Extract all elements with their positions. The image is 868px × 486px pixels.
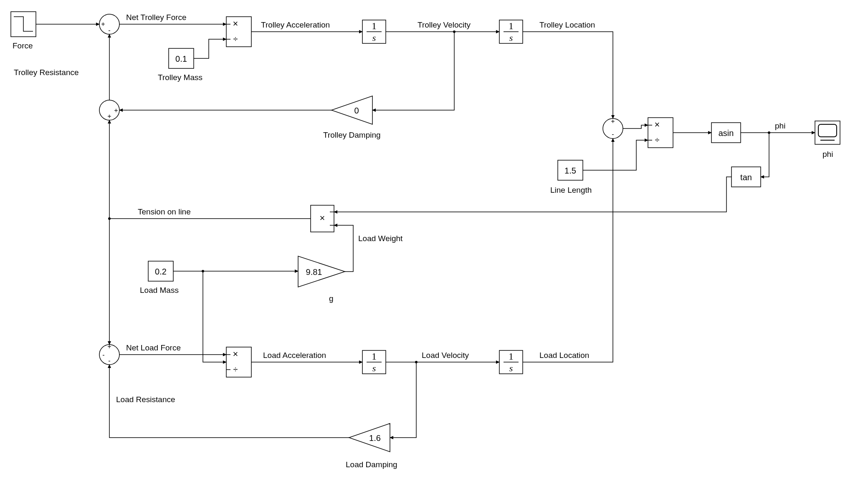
- divide-icon: ÷: [233, 34, 238, 43]
- sum2-plus1-icon: +: [114, 107, 118, 114]
- sum3-left: -: [102, 351, 104, 358]
- trolley-resist-label: Trolley Resistance: [14, 68, 79, 77]
- int2-num: 1: [509, 20, 514, 31]
- sum1-plus-icon: +: [101, 20, 105, 28]
- svg-rect-2: [226, 17, 251, 47]
- svg-rect-14: [226, 347, 251, 377]
- svg-marker-8: [332, 96, 372, 124]
- sum4-bot: -: [612, 131, 614, 138]
- int4-den: s: [509, 363, 513, 373]
- load-loc-label: Load Location: [539, 351, 589, 360]
- sum2-plus2-icon: +: [107, 113, 111, 120]
- integrator-trolley-vel[interactable]: 1 s: [362, 20, 386, 43]
- int3-num: 1: [372, 351, 377, 362]
- trolley-loc-label: Trolley Location: [539, 20, 595, 29]
- line-length-block[interactable]: 1.5: [558, 160, 583, 180]
- line-length-label: Line Length: [550, 186, 592, 194]
- load-accel-label: Load Acceleration: [263, 351, 326, 360]
- force-source-block[interactable]: [11, 12, 36, 37]
- wire-line-length: [583, 140, 648, 170]
- divide-load[interactable]: × ÷: [226, 347, 251, 377]
- phi-scope-label: phi: [822, 150, 833, 159]
- trolley-mass-value: 0.1: [175, 54, 187, 63]
- sum-trolley[interactable]: + -: [99, 14, 119, 34]
- load-resist-label: Load Resistance: [116, 395, 175, 404]
- wire-load-weight: [334, 225, 353, 272]
- wire-phi-to-tan: [761, 133, 769, 177]
- g-gain-block[interactable]: 9.81: [298, 256, 345, 287]
- trolley-vel-label: Trolley Velocity: [418, 20, 471, 29]
- tension-label: Tension on line: [138, 207, 191, 216]
- sum3-bot: -: [108, 357, 110, 364]
- times-icon-3: ×: [233, 349, 238, 359]
- phi-scope-block[interactable]: [815, 121, 840, 144]
- load-vel-label: Load Velocity: [422, 351, 469, 360]
- trolley-accel-label: Trolley Acceleration: [261, 20, 330, 29]
- integrator-load-loc[interactable]: 1 s: [499, 350, 523, 374]
- load-weight-label: Load Weight: [358, 234, 403, 243]
- net-trolley-force-label: Net Trolley Force: [126, 13, 187, 22]
- tan-text: tan: [740, 173, 752, 182]
- int1-num: 1: [372, 20, 377, 31]
- load-damping-block[interactable]: 1.6: [349, 423, 390, 452]
- times-icon: ×: [233, 18, 238, 29]
- sum1-minus-icon: -: [108, 27, 110, 34]
- sum-load[interactable]: + - -: [99, 343, 119, 365]
- force-label: Force: [13, 41, 33, 50]
- tan-block[interactable]: tan: [731, 167, 761, 187]
- wire-loadvel-to-damp: [390, 362, 416, 438]
- load-mass-value: 0.2: [155, 267, 167, 276]
- product-tension[interactable]: ×: [311, 205, 334, 232]
- asin-text: asin: [719, 128, 734, 138]
- sum-trolley-resist[interactable]: + +: [99, 100, 119, 120]
- wire-tan-to-product: [334, 177, 731, 212]
- phi-signal-label: phi: [775, 121, 785, 130]
- divide-icon-3: ÷: [655, 135, 660, 144]
- divide-trolley[interactable]: × ÷: [226, 17, 251, 47]
- wire-trolley-mass: [194, 39, 226, 58]
- trolley-damping-block[interactable]: 0: [332, 96, 372, 124]
- load-damping-label: Load Damping: [346, 460, 397, 469]
- sum-location-diff[interactable]: + -: [603, 118, 623, 138]
- int2-den: s: [509, 33, 513, 43]
- g-label: g: [329, 294, 334, 303]
- asin-block[interactable]: asin: [711, 123, 741, 143]
- divide-icon-2: ÷: [233, 365, 238, 374]
- times-icon-4: ×: [655, 119, 660, 130]
- integrator-trolley-loc[interactable]: 1 s: [499, 20, 523, 43]
- divide-phi[interactable]: × ÷: [648, 118, 673, 148]
- int4-num: 1: [509, 351, 514, 362]
- trolley-damping-value: 0: [354, 106, 359, 115]
- int1-den: s: [372, 33, 376, 43]
- svg-rect-21: [648, 118, 673, 148]
- wire-diff-to-div: [623, 125, 648, 128]
- trolley-mass-block[interactable]: 0.1: [169, 48, 194, 68]
- sum4-top: +: [611, 118, 615, 125]
- integrator-load-vel[interactable]: 1 s: [362, 350, 386, 374]
- g-value: 9.81: [306, 267, 322, 277]
- int3-den: s: [372, 363, 376, 373]
- wire-loadmass-down: [203, 271, 226, 362]
- line-length-value: 1.5: [564, 166, 576, 175]
- trolley-mass-label: Trolley Mass: [158, 73, 202, 82]
- trolley-damping-label: Trolley Damping: [323, 131, 381, 139]
- load-damping-value: 1.6: [369, 433, 381, 443]
- load-mass-block[interactable]: 0.2: [148, 261, 173, 281]
- net-load-force-label: Net Load Force: [126, 343, 181, 352]
- wire-trolley-loc: [523, 32, 613, 118]
- times-icon-2: ×: [320, 213, 325, 223]
- load-mass-label: Load Mass: [140, 286, 179, 295]
